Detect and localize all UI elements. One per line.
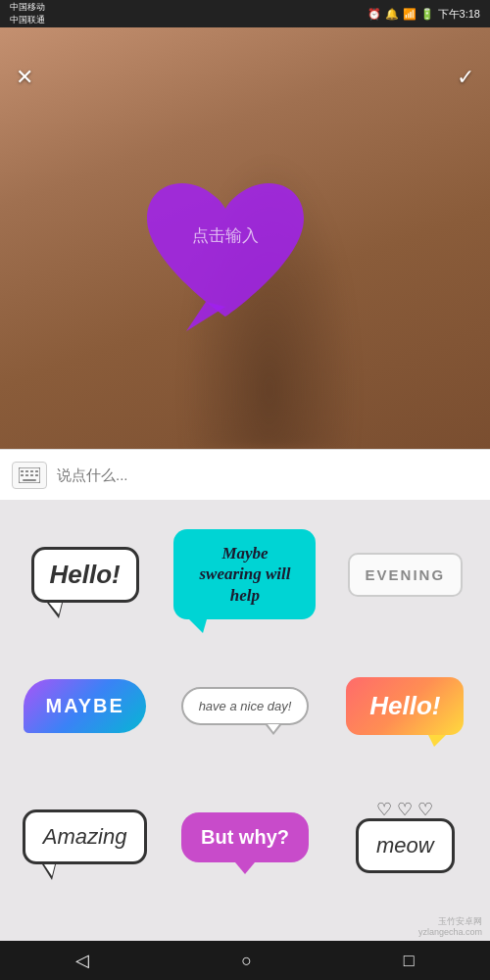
- keyboard-icon: [19, 467, 40, 483]
- svg-rect-8: [30, 474, 33, 476]
- sticker-but-why-text: But why?: [181, 812, 309, 862]
- home-button[interactable]: ○: [221, 945, 271, 977]
- carrier-info: 中国移动 中国联通: [10, 1, 45, 26]
- svg-rect-2: [21, 470, 24, 472]
- svg-rect-4: [30, 470, 33, 472]
- sticker-evening-text: EVENING: [348, 553, 464, 597]
- keyboard-toggle-button[interactable]: [12, 462, 47, 489]
- carrier2: 中国联通: [10, 14, 45, 26]
- carrier1: 中国移动: [10, 1, 45, 14]
- meow-hearts-decoration: ♡ ♡ ♡: [376, 799, 433, 820]
- back-button[interactable]: ◁: [56, 944, 109, 977]
- svg-rect-10: [23, 479, 36, 481]
- bottom-nav: ◁ ○ □: [0, 941, 490, 980]
- alarm-icon: ⏰: [368, 8, 381, 21]
- stickers-panel: Hello! Maybe swearing will help EVENING …: [0, 500, 490, 980]
- confirm-button[interactable]: ✓: [457, 65, 474, 90]
- close-button[interactable]: ✕: [16, 65, 33, 90]
- sticker-hello-outline[interactable]: Hello!: [12, 515, 158, 633]
- svg-rect-5: [35, 470, 38, 472]
- sticker-evening[interactable]: EVENING: [332, 515, 478, 633]
- sticker-meow-text: meow: [356, 818, 455, 873]
- status-icons: ⏰ 🔔 📶 🔋 下午3:18: [368, 7, 480, 22]
- svg-rect-7: [25, 474, 28, 476]
- sticker-nice-day[interactable]: have a nice day!: [172, 647, 318, 764]
- sticker-amazing-text: Amazing: [23, 809, 148, 864]
- svg-marker-0: [186, 302, 225, 331]
- time-display: 下午3:18: [438, 7, 480, 22]
- sticker-amazing[interactable]: Amazing: [12, 778, 158, 896]
- photo-area: ✕ ✓ 点击输入: [0, 27, 490, 449]
- status-bar: 中国移动 中国联通 ⏰ 🔔 📶 🔋 下午3:18: [0, 0, 490, 27]
- watermark: 玉竹安卓网 yzlangecha.com: [418, 916, 482, 939]
- sticker-hello-gradient[interactable]: Hello!: [332, 647, 478, 764]
- sticker-nice-day-text: have a nice day!: [181, 687, 310, 725]
- sticker-maybe-text: MAYBE: [24, 679, 145, 733]
- sticker-meow[interactable]: ♡ ♡ ♡ meow: [332, 778, 478, 896]
- heart-speech-bubble[interactable]: 点击输入: [127, 165, 323, 341]
- stickers-grid: Hello! Maybe swearing will help EVENING …: [12, 515, 478, 896]
- wifi-icon: 🔔: [385, 8, 399, 21]
- recents-button[interactable]: □: [384, 945, 434, 977]
- sticker-maybe[interactable]: MAYBE: [12, 647, 158, 764]
- sticker-swearing[interactable]: Maybe swearing will help: [172, 515, 318, 633]
- text-input-field[interactable]: [57, 466, 478, 483]
- sticker-hello-gradient-text: Hello!: [346, 677, 464, 735]
- svg-rect-6: [21, 474, 24, 476]
- sticker-swearing-text: Maybe swearing will help: [189, 543, 300, 606]
- svg-rect-3: [25, 470, 28, 472]
- signal-icon: 📶: [403, 8, 416, 21]
- svg-rect-9: [35, 474, 38, 476]
- battery-icon: 🔋: [420, 8, 434, 21]
- text-input-row: [0, 449, 490, 500]
- sticker-but-why[interactable]: But why?: [172, 778, 318, 896]
